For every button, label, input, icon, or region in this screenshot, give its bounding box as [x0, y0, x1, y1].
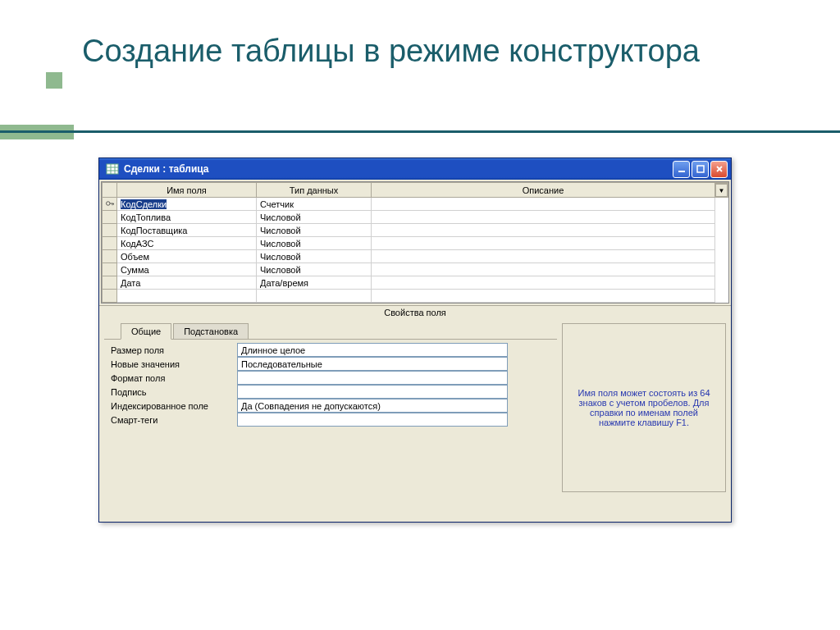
- field-desc-cell[interactable]: [372, 263, 715, 276]
- row-selector[interactable]: [103, 224, 117, 237]
- field-name-cell[interactable]: Сумма: [117, 263, 257, 276]
- accent-line: [0, 130, 840, 133]
- window-titlebar[interactable]: Сделки : таблица: [99, 158, 731, 180]
- scroll-down-button[interactable]: ▼: [715, 184, 728, 197]
- primary-key-icon[interactable]: [103, 198, 117, 211]
- prop-row-indexed[interactable]: Индексированное поле Да (Совпадения не д…: [109, 399, 552, 413]
- header-row-selector[interactable]: [103, 183, 117, 198]
- tab-general[interactable]: Общие: [121, 323, 171, 340]
- access-table-designer-window: Сделки : таблица Имя поля Тип данных Опи…: [98, 158, 732, 523]
- header-desc[interactable]: Описание: [372, 183, 715, 198]
- field-name-cell[interactable]: КодАЗС: [117, 237, 257, 250]
- slide-title: Создание таблицы в режиме конструктора: [82, 33, 700, 71]
- svg-point-9: [106, 201, 110, 205]
- prop-label: Подпись: [109, 387, 237, 397]
- row-selector[interactable]: [103, 237, 117, 250]
- prop-value-input[interactable]: Последовательные: [237, 357, 508, 371]
- row-selector[interactable]: [103, 276, 117, 290]
- prop-value-input[interactable]: Длинное целое: [237, 343, 508, 357]
- properties-tabs: Общие Подстановка: [104, 323, 557, 340]
- prop-label: Формат поля: [109, 373, 237, 383]
- row-selector[interactable]: [103, 211, 117, 224]
- field-grid: Имя поля Тип данных Описание ▲ ▼ КодСдел…: [101, 181, 729, 304]
- help-text: Имя поля может состоять из 64 знаков с у…: [571, 388, 717, 427]
- window-title: Сделки : таблица: [122, 163, 673, 175]
- table-row[interactable]: КодАЗС Числовой: [103, 237, 728, 250]
- prop-value-input[interactable]: Да (Совпадения не допускаются): [237, 399, 508, 413]
- field-desc-cell[interactable]: [372, 250, 715, 263]
- field-name-cell[interactable]: [117, 290, 257, 303]
- field-type-cell[interactable]: Числовой: [257, 224, 372, 237]
- row-selector[interactable]: [103, 290, 117, 303]
- field-desc-cell[interactable]: [372, 276, 715, 290]
- table-row[interactable]: КодСделки Счетчик: [103, 198, 728, 211]
- field-name-cell[interactable]: Объем: [117, 250, 257, 263]
- window-controls: [673, 161, 728, 178]
- table-row[interactable]: [103, 290, 728, 303]
- properties-panel: Общие Подстановка Размер поля Длинное це…: [104, 323, 557, 492]
- field-desc-cell[interactable]: [372, 237, 715, 250]
- prop-label: Индексированное поле: [109, 401, 237, 411]
- header-type[interactable]: Тип данных: [257, 183, 372, 198]
- minimize-button[interactable]: [673, 161, 690, 178]
- row-selector[interactable]: [103, 263, 117, 276]
- field-desc-cell[interactable]: [372, 198, 715, 211]
- header-name[interactable]: Имя поля: [117, 183, 257, 198]
- field-type-cell[interactable]: Числовой: [257, 263, 372, 276]
- field-type-cell[interactable]: [257, 290, 372, 303]
- field-name-cell[interactable]: КодСделки: [117, 198, 257, 211]
- design-table[interactable]: Имя поля Тип данных Описание ▲ ▼ КодСдел…: [102, 182, 728, 303]
- field-name-cell[interactable]: КодПоставщика: [117, 224, 257, 237]
- properties-content: Размер поля Длинное целое Новые значения…: [104, 340, 557, 430]
- table-row[interactable]: Дата Дата/время: [103, 276, 728, 290]
- table-icon: [106, 162, 119, 176]
- maximize-button[interactable]: [692, 161, 709, 178]
- prop-row-newvalues[interactable]: Новые значения Последовательные: [109, 357, 552, 371]
- tab-lookup[interactable]: Подстановка: [173, 323, 249, 339]
- field-type-cell[interactable]: Числовой: [257, 250, 372, 263]
- field-name-cell[interactable]: Дата: [117, 276, 257, 290]
- prop-row-size[interactable]: Размер поля Длинное целое: [109, 343, 552, 357]
- prop-label: Размер поля: [109, 345, 237, 355]
- prop-row-caption[interactable]: Подпись: [109, 385, 552, 399]
- table-row[interactable]: КодПоставщика Числовой: [103, 224, 728, 237]
- prop-value-input[interactable]: [237, 413, 508, 427]
- prop-row-smarttags[interactable]: Смарт-теги: [109, 413, 552, 427]
- close-button[interactable]: [710, 161, 728, 178]
- field-desc-cell[interactable]: [372, 224, 715, 237]
- field-desc-cell[interactable]: [372, 290, 715, 303]
- prop-label: Новые значения: [109, 359, 237, 369]
- field-desc-cell[interactable]: [372, 211, 715, 224]
- help-pane: Имя поля может состоять из 64 знаков с у…: [562, 323, 726, 492]
- properties-title: Свойства поля: [99, 305, 731, 318]
- slide-bullet-icon: [46, 72, 62, 89]
- svg-rect-5: [678, 171, 685, 172]
- properties-area: Общие Подстановка Размер поля Длинное це…: [99, 318, 731, 497]
- prop-value-input[interactable]: [237, 371, 508, 385]
- table-row[interactable]: КодТоплива Числовой: [103, 211, 728, 224]
- table-row[interactable]: Сумма Числовой: [103, 263, 728, 276]
- field-name-cell[interactable]: КодТоплива: [117, 211, 257, 224]
- field-type-cell[interactable]: Числовой: [257, 211, 372, 224]
- field-type-cell[interactable]: Числовой: [257, 237, 372, 250]
- prop-value-input[interactable]: [237, 385, 508, 399]
- table-row[interactable]: Объем Числовой: [103, 250, 728, 263]
- row-selector[interactable]: [103, 250, 117, 263]
- field-type-cell[interactable]: Дата/время: [257, 276, 372, 290]
- prop-row-format[interactable]: Формат поля: [109, 371, 552, 385]
- field-type-cell[interactable]: Счетчик: [257, 198, 372, 211]
- svg-rect-0: [107, 164, 118, 174]
- prop-label: Смарт-теги: [109, 415, 237, 425]
- header-row: Имя поля Тип данных Описание ▲ ▼: [103, 183, 728, 198]
- svg-rect-6: [697, 166, 704, 172]
